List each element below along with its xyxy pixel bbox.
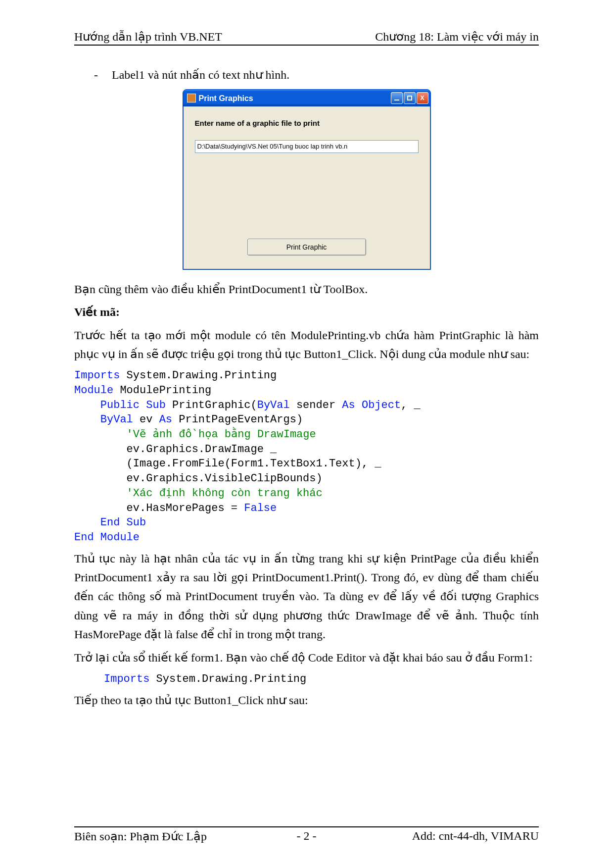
paragraph: Thủ tục này là hạt nhân của tác vụ in ấn… <box>74 549 539 644</box>
paragraph: Trở lại cửa sổ thiết kế form1. Bạn vào c… <box>74 648 539 667</box>
close-button[interactable]: X <box>417 92 428 104</box>
page-header: Hướng dẫn lập trình VB.NET Chương 18: Là… <box>74 30 539 46</box>
file-path-input[interactable] <box>195 140 419 153</box>
print-graphics-window: Print Graphics X Enter name of a graphic… <box>183 89 431 269</box>
header-left: Hướng dẫn lập trình VB.NET <box>74 30 222 44</box>
window-titlebar[interactable]: Print Graphics X <box>183 90 430 106</box>
header-right: Chương 18: Làm việc với máy in <box>375 30 539 44</box>
minimize-button[interactable] <box>391 92 403 104</box>
code-block: Imports System.Drawing.Printing Module M… <box>74 368 539 545</box>
maximize-button[interactable] <box>404 92 416 104</box>
paragraph: Tiếp theo ta tạo thủ tục Button1_Click n… <box>74 691 539 710</box>
section-heading: Viết mã: <box>74 303 539 321</box>
code-inline: Imports System.Drawing.Printing <box>74 672 539 687</box>
file-prompt-label: Enter name of a graphic file to print <box>195 117 419 129</box>
paragraph: Trước hết ta tạo mới một module có tên M… <box>74 326 539 364</box>
paragraph: Bạn cũng thêm vào điều khiển PrintDocume… <box>74 280 539 299</box>
app-icon <box>187 94 196 102</box>
bullet-text: Label1 và nút nhấn có text như hình. <box>112 68 289 81</box>
page-footer: Biên soạn: Phạm Đức Lập - 2 - Add: cnt-4… <box>74 826 539 843</box>
print-graphic-button[interactable]: Print Graphic <box>247 239 366 255</box>
bullet-item: - Label1 và nút nhấn có text như hình. <box>74 65 539 84</box>
footer-page-number: - 2 - <box>74 829 539 843</box>
bullet-dash: - <box>94 65 109 84</box>
window-title: Print Graphics <box>199 92 253 105</box>
